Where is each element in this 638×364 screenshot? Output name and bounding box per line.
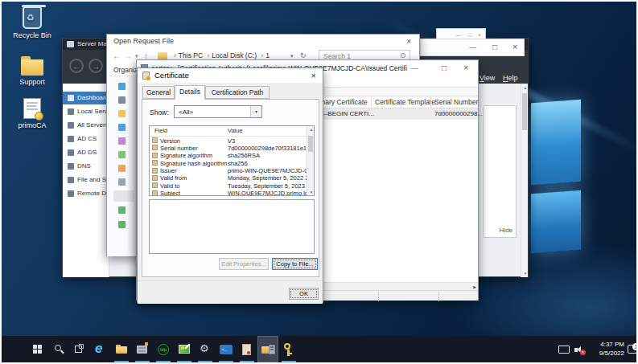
forward-icon[interactable]: → <box>88 59 103 73</box>
server-manager-scrollbar[interactable]: ▲ ▼ <box>521 84 528 277</box>
field-row-subject[interactable]: SubjectWIN-QUE9E7MJCJD.primo.loc... <box>150 190 307 196</box>
tree-item-icon[interactable] <box>118 96 126 104</box>
open-request-dialog-titlebar[interactable]: Open Request File × <box>107 35 419 47</box>
maximize-icon[interactable]: □ <box>468 31 471 39</box>
certificate-fields-table[interactable]: Field Value VersionV3 Serial number7d000… <box>149 125 315 196</box>
desktop-icon-primoca[interactable]: primoCA <box>6 98 58 129</box>
sidebar-item-all-servers[interactable]: All Servers <box>63 119 109 132</box>
tab-general[interactable]: General <box>142 86 175 99</box>
sidebar-item-dns[interactable]: DNS <box>63 160 109 173</box>
tree-item-icon[interactable] <box>118 151 126 158</box>
breadcrumb-local-disk[interactable]: Local Disk (C:) <box>212 51 257 59</box>
scroll-up-icon[interactable]: ▲ <box>522 85 529 90</box>
scroll-right-icon[interactable]: ▶ <box>473 284 476 289</box>
minimize-icon[interactable]: — <box>411 65 418 72</box>
maximize-icon[interactable]: □ <box>492 43 497 51</box>
field-row-serial-number[interactable]: Serial number7d0000000298de70f33181e1... <box>150 144 307 151</box>
menu-view[interactable]: View <box>480 74 495 82</box>
ldp-button[interactable]: ldp <box>153 336 174 362</box>
column-serial-number[interactable]: Serial Number <box>434 98 478 106</box>
notification-center-icon[interactable]: 1 <box>628 345 636 354</box>
file-explorer-icon <box>116 346 127 354</box>
forward-icon[interactable]: → <box>124 51 132 60</box>
field-row-signature-algorithm[interactable]: Signature algorithmsha256RSA <box>150 152 307 159</box>
close-icon[interactable]: × <box>478 31 481 39</box>
sidebar-item-ad-ds[interactable]: AD DS <box>63 146 109 159</box>
breadcrumb-folder-1[interactable]: 1 <box>265 51 270 59</box>
tree-item-selected[interactable] <box>113 190 134 202</box>
certsrv-taskbar-button-active[interactable] <box>257 336 278 362</box>
server-manager-taskbar-button[interactable] <box>132 336 153 362</box>
start-button[interactable] <box>27 336 48 362</box>
services-button[interactable]: ⚙ <box>195 336 216 362</box>
tree-item-icon[interactable] <box>118 165 126 172</box>
tray-clock-time[interactable]: 4:37 PM <box>587 341 624 348</box>
file-explorer-button[interactable] <box>111 336 132 362</box>
tree-item-icon[interactable] <box>118 110 126 117</box>
close-icon[interactable]: × <box>512 43 517 51</box>
field-row-version[interactable]: VersionV3 <box>150 137 307 144</box>
column-certificate-template[interactable]: Certificate Template <box>375 98 435 106</box>
tree-item-icon[interactable] <box>118 137 126 145</box>
folder-icon <box>21 59 43 76</box>
scrollbar-thumb[interactable] <box>522 93 527 130</box>
recent-locations-caret-icon[interactable]: ▾ <box>135 53 138 59</box>
breadcrumb-this-pc[interactable]: This PC <box>179 51 203 59</box>
chevron-icon: › <box>204 51 212 59</box>
tree-item-icon[interactable] <box>118 83 126 90</box>
minimize-icon[interactable]: — <box>469 44 476 51</box>
back-icon[interactable]: ← <box>69 59 84 73</box>
field-row-signature-hash-algorithm[interactable]: Signature hash algorithmsha256 <box>150 159 307 166</box>
image-app-button[interactable] <box>174 336 195 362</box>
desktop: ♻ Recycle Bin Support primoCA Server Man… <box>2 2 636 362</box>
hide-button[interactable]: Hide <box>500 227 512 234</box>
tab-details[interactable]: Details <box>175 85 205 100</box>
field-row-valid-to[interactable]: Valid toTuesday, September 5, 2023 ... <box>150 182 307 189</box>
sidebar-item-local-server[interactable]: Local Serv... <box>63 105 109 118</box>
key-app-button[interactable] <box>278 336 299 362</box>
desktop-icon-recycle-bin[interactable]: ♻ Recycle Bin <box>6 6 58 39</box>
task-view-button[interactable] <box>69 336 90 362</box>
network-icon[interactable] <box>558 346 570 354</box>
all-servers-icon <box>68 122 74 129</box>
copy-to-file-button[interactable]: Copy to File... <box>272 258 318 270</box>
tab-certification-path[interactable]: Certification Path <box>205 86 270 99</box>
field-row-issuer[interactable]: Issuerprimo-WIN-QUE9E7MJCJD-CA... <box>150 167 307 174</box>
field-row-valid-from[interactable]: Valid fromMonday, September 5, 2022 2... <box>150 174 307 182</box>
refresh-icon[interactable]: ↻ <box>300 51 307 59</box>
tree-item-icon[interactable] <box>118 124 126 131</box>
desktop-icon-label: primoCA <box>6 121 58 129</box>
edit-properties-button[interactable]: Edit Properties... <box>219 258 269 270</box>
sidebar-item-file-storage[interactable]: File and St... <box>63 174 109 186</box>
tray-clock-date[interactable]: 9/5/2022 <box>587 350 624 357</box>
fields-table-scrollbar[interactable]: ▲ ▼ <box>307 126 314 195</box>
close-icon[interactable]: × <box>463 64 468 72</box>
tree-item-icon[interactable] <box>118 221 126 228</box>
scrollbar-thumb[interactable] <box>308 136 313 152</box>
menu-help[interactable]: Help <box>503 74 518 82</box>
powershell-button[interactable]: ›_ <box>216 336 237 362</box>
certificate-dialog-titlebar[interactable]: Certificate × <box>138 68 323 83</box>
sidebar-item-dashboard[interactable]: Dashboard <box>63 92 109 104</box>
minimize-icon[interactable]: — <box>455 31 461 39</box>
ok-button[interactable]: OK <box>289 288 319 300</box>
tree-item-icon[interactable] <box>118 207 126 214</box>
show-dropdown[interactable]: <All> ▾ <box>174 105 262 118</box>
address-dropdown-caret-icon[interactable]: ▾ <box>290 53 294 59</box>
certification-authority-button[interactable] <box>237 336 257 362</box>
close-icon[interactable]: × <box>406 37 411 46</box>
show-label: Show: <box>150 108 169 117</box>
scroll-down-icon[interactable]: ▼ <box>308 190 315 194</box>
cell-serial-number: 7d0000000298... <box>434 110 483 117</box>
internet-explorer-button[interactable]: e <box>90 336 111 362</box>
desktop-icon-support[interactable]: Support <box>6 55 58 86</box>
tree-item-icon[interactable] <box>118 178 126 186</box>
taskbar-search-button[interactable] <box>48 336 69 362</box>
back-icon[interactable]: ← <box>113 51 121 60</box>
scroll-down-icon[interactable]: ▼ <box>522 271 529 276</box>
close-icon[interactable]: × <box>311 71 316 80</box>
sidebar-item-remote-desktop[interactable]: Remote D... <box>63 187 109 200</box>
sidebar-item-ad-cs[interactable]: AD CS <box>63 133 109 145</box>
scroll-up-icon[interactable]: ▲ <box>308 127 315 132</box>
maximize-icon[interactable]: □ <box>442 64 447 72</box>
